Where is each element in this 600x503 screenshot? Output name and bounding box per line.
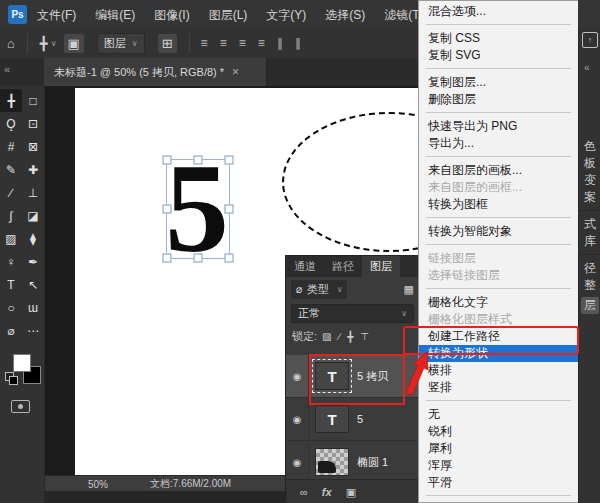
menu-item-anti-alias-smooth[interactable]: 平滑 xyxy=(419,474,578,491)
distribute-horizontal-icon[interactable]: ∥ xyxy=(277,36,283,50)
transform-handle[interactable] xyxy=(194,156,203,165)
align-left-icon[interactable]: ≡ xyxy=(201,36,208,50)
menubar-item-layer[interactable]: 图层(L) xyxy=(209,8,248,22)
menu-item-convert-to-shape[interactable]: 转换为形状 xyxy=(419,345,578,362)
share-icon[interactable]: ↑ xyxy=(582,32,598,48)
dock-panel-tab[interactable]: 式 xyxy=(581,216,599,233)
menu-item-anti-alias-strong[interactable]: 浑厚 xyxy=(419,457,578,474)
object-selection-tool[interactable]: ⊡ xyxy=(22,112,44,135)
menu-item-anti-alias-crisp[interactable]: 犀利 xyxy=(419,440,578,457)
panel-tab-paths[interactable]: 路径 xyxy=(324,256,362,277)
transform-handle[interactable] xyxy=(194,254,203,263)
transform-handle[interactable] xyxy=(163,205,172,214)
lock-all-icon[interactable]: ⊤ xyxy=(360,331,369,342)
filter-kind-dropdown[interactable]: ⌀ 类型 ∨ xyxy=(291,280,347,299)
dock-panel-tab[interactable]: 层 xyxy=(581,297,599,314)
type-tool[interactable]: T xyxy=(0,273,22,296)
layer-5-copy[interactable]: ◉T5 拷贝 xyxy=(286,355,419,398)
align-vertical-icon[interactable]: ≡ xyxy=(258,36,265,50)
chevron-down-icon[interactable]: ∨ xyxy=(51,39,57,48)
visibility-eye-icon[interactable]: ◉ xyxy=(286,441,309,483)
layer-name[interactable]: 椭圆 1 xyxy=(357,455,388,470)
move-tool-option-icon[interactable]: ╋ xyxy=(40,37,48,50)
menu-item-create-work-path[interactable]: 创建工作路径 xyxy=(419,328,578,345)
document-tab[interactable]: 未标题-1 @ 50% (5 拷贝, RGB/8) * × xyxy=(44,58,267,86)
crop-tool[interactable]: # xyxy=(0,135,22,158)
dock-panel-tab[interactable]: 板 xyxy=(581,155,599,172)
home-icon[interactable]: ⌂ xyxy=(7,37,15,50)
hand-tool[interactable]: ɯ xyxy=(22,296,44,319)
zoom-level-field[interactable]: 50% xyxy=(88,479,108,490)
menu-item-horizontal[interactable]: 横排 xyxy=(419,362,578,379)
brush-tool[interactable]: ∫ xyxy=(0,204,22,227)
pencil-tool[interactable]: ∕ xyxy=(0,181,22,204)
blur-tool[interactable]: ⧫ xyxy=(22,227,44,250)
transform-handle[interactable] xyxy=(225,205,234,214)
layer-ellipse-1[interactable]: ◉椭圆 1 xyxy=(286,441,419,484)
default-colors-icon[interactable] xyxy=(5,372,14,381)
dock-panel-tab[interactable]: 案 xyxy=(581,189,599,206)
menu-item-copy-svg[interactable]: 复制 SVG xyxy=(419,47,578,64)
lock-image-pixels-icon[interactable]: ∕ xyxy=(339,331,341,342)
ellipse-tool[interactable]: ○ xyxy=(0,296,22,319)
lock-position-icon[interactable]: ╋ xyxy=(347,331,353,342)
gradient-tool[interactable]: ▨ xyxy=(0,227,22,250)
close-icon[interactable]: × xyxy=(232,65,239,79)
panel-tab-channels[interactable]: 通道 xyxy=(286,256,324,277)
auto-select-icon[interactable]: ▣ xyxy=(64,34,84,53)
dock-panel-tab[interactable]: 整 xyxy=(581,277,599,294)
layer-5[interactable]: ◉T5 xyxy=(286,398,419,441)
panel-tab-layers[interactable]: 图层 xyxy=(362,256,400,277)
layer-thumbnail[interactable] xyxy=(315,448,349,476)
visibility-eye-icon[interactable]: ◉ xyxy=(286,398,309,440)
pen-tool[interactable]: ✒ xyxy=(22,250,44,273)
menu-item-convert-to-smart-object[interactable]: 转换为智能对象 xyxy=(419,223,578,240)
menu-item-anti-alias-none[interactable]: 无 xyxy=(419,406,578,423)
frame-tool[interactable]: ⊠ xyxy=(22,135,44,158)
show-transform-controls-icon[interactable]: ⊞ xyxy=(158,34,177,53)
path-selection-tool[interactable]: ↖ xyxy=(22,273,44,296)
layer-style-fx-icon[interactable]: fx xyxy=(322,486,332,498)
menu-item-duplicate-layer[interactable]: 复制图层... xyxy=(419,74,578,91)
menubar-item-select[interactable]: 选择(S) xyxy=(325,8,365,22)
expand-panels-icon[interactable]: « xyxy=(584,62,590,73)
menu-item-rasterize-type[interactable]: 栅格化文字 xyxy=(419,294,578,311)
dock-panel-tab[interactable]: 色 xyxy=(581,138,599,155)
menu-item-blending-options[interactable]: 混合选项... xyxy=(419,3,578,20)
menubar-item-edit[interactable]: 编辑(E) xyxy=(95,8,135,22)
menu-item-convert-to-frame[interactable]: 转换为图框 xyxy=(419,196,578,213)
transform-handle[interactable] xyxy=(163,156,172,165)
eyedropper-tool[interactable]: ✎ xyxy=(0,158,22,181)
layer-name[interactable]: 5 xyxy=(357,413,363,425)
collapse-toolbar-icon[interactable]: « xyxy=(4,63,10,75)
edit-toolbar[interactable]: ⋯ xyxy=(22,319,44,342)
menubar-item-file[interactable]: 文件(F) xyxy=(37,8,76,22)
menubar-item-image[interactable]: 图像(I) xyxy=(154,8,189,22)
quick-mask-mode-icon[interactable] xyxy=(11,400,30,413)
transform-handle[interactable] xyxy=(163,254,172,263)
menu-item-artboard-from-layers[interactable]: 来自图层的画板... xyxy=(419,162,578,179)
move-tool[interactable]: ╋ xyxy=(0,89,22,112)
foreground-color-swatch[interactable] xyxy=(13,354,31,372)
visibility-eye-icon[interactable]: ◉ xyxy=(286,355,309,397)
link-layers-icon[interactable]: ∞ xyxy=(300,486,308,498)
auto-select-target-dropdown[interactable]: 图层 ∨ xyxy=(97,33,145,54)
menu-item-anti-alias-sharp[interactable]: 锐利 xyxy=(419,423,578,440)
align-right-icon[interactable]: ≡ xyxy=(239,36,246,50)
menu-item-export-as[interactable]: 导出为... xyxy=(419,135,578,152)
zoom-tool[interactable]: ⌀ xyxy=(0,319,22,342)
align-center-icon[interactable]: ≡ xyxy=(220,36,227,50)
menu-item-vertical[interactable]: 竖排 xyxy=(419,379,578,396)
filter-image-icon[interactable]: ▦ xyxy=(404,283,414,296)
transform-handle[interactable] xyxy=(225,156,234,165)
menu-item-copy-css[interactable]: 复制 CSS xyxy=(419,30,578,47)
dock-panel-tab[interactable]: 变 xyxy=(581,172,599,189)
layer-thumbnail[interactable]: T xyxy=(315,405,349,433)
eraser-tool[interactable]: ◪ xyxy=(22,204,44,227)
lock-transparent-pixels-icon[interactable]: ▨ xyxy=(322,331,331,342)
layer-mask-icon[interactable]: ▣ xyxy=(346,486,356,499)
layer-thumbnail[interactable]: T xyxy=(315,362,349,390)
dodge-tool[interactable]: ♀ xyxy=(0,250,22,273)
transform-handle[interactable] xyxy=(225,254,234,263)
spot-healing-brush-tool[interactable]: ✚ xyxy=(22,158,44,181)
